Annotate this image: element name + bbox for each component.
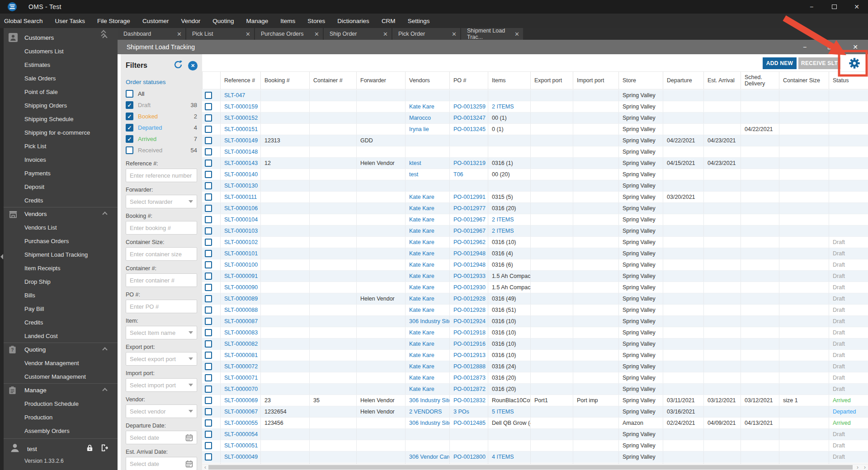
sidebar-item-credits[interactable]: Credits bbox=[0, 193, 118, 207]
column-header-departure[interactable]: Departure bbox=[663, 72, 703, 89]
sidebar-item-shipping-schedule[interactable]: Shipping Schedule bbox=[0, 112, 118, 126]
window-maximize-button[interactable] bbox=[823, 0, 845, 14]
sidebar-item-customers-list[interactable]: Customers List bbox=[0, 44, 118, 58]
row-checkbox[interactable] bbox=[205, 352, 212, 359]
column-header-import[interactable]: Import port bbox=[573, 72, 618, 89]
checkbox-all[interactable] bbox=[126, 90, 133, 98]
sidebar-item-shipping-orders[interactable]: Shipping Orders bbox=[0, 99, 118, 112]
cell-ref[interactable]: SLT-0000111 bbox=[220, 192, 260, 202]
panel-minimize-button[interactable]: − bbox=[792, 40, 817, 54]
chevrons-up-icon[interactable] bbox=[100, 30, 108, 38]
menu-item-global-search[interactable]: Global Search bbox=[4, 18, 43, 24]
row-checkbox[interactable] bbox=[205, 193, 212, 201]
checkbox-booked[interactable]: ✓ bbox=[126, 113, 133, 120]
cell-ref[interactable]: SLT-0000103 bbox=[220, 226, 260, 236]
select-import-port[interactable]: Select import port bbox=[126, 378, 197, 392]
cell-ref[interactable]: SLT-0000104 bbox=[220, 214, 260, 225]
scroll-left-icon[interactable]: ‹ bbox=[202, 464, 208, 470]
sidebar-item-vendors-list[interactable]: Vendors List bbox=[0, 221, 118, 234]
column-header-container[interactable]: Container # bbox=[309, 72, 356, 89]
cell-ref[interactable]: SLT-0000051 bbox=[220, 440, 260, 451]
select-vendor[interactable]: Select vendor bbox=[126, 404, 197, 418]
scrollbar-thumb[interactable] bbox=[208, 465, 853, 470]
sidebar-item-drop-ship[interactable]: Drop Ship bbox=[0, 275, 118, 288]
table-row[interactable]: SLT-0000102Kate KarePO-00129620316 (10)S… bbox=[202, 237, 868, 248]
checkbox-arrived[interactable]: ✓ bbox=[126, 135, 133, 143]
sidebar-item-production-schedule[interactable]: Production Schedule bbox=[0, 397, 118, 410]
row-checkbox[interactable] bbox=[205, 273, 212, 280]
calendar-icon[interactable] bbox=[185, 434, 193, 442]
row-checkbox[interactable] bbox=[205, 318, 212, 325]
window-close-button[interactable]: ✕ bbox=[845, 0, 868, 14]
select-export-port[interactable]: Select export port bbox=[126, 352, 197, 366]
table-row[interactable]: SLT-0000071Kate KarePO-00128730316 (20)S… bbox=[202, 372, 868, 384]
table-row[interactable]: SLT-0000104Kate KarePO-00129672 ITEMSSpr… bbox=[202, 214, 868, 226]
tab-close-icon[interactable]: ✕ bbox=[449, 31, 457, 38]
menu-item-quoting[interactable]: Quoting bbox=[212, 18, 234, 24]
sidebar-item-estimates[interactable]: Estimates bbox=[0, 58, 118, 71]
sidebar-collapse-icon[interactable] bbox=[0, 254, 3, 259]
column-header-po[interactable]: PO # bbox=[449, 72, 488, 89]
tab-pick-order[interactable]: Pick Order✕ bbox=[392, 28, 460, 40]
cell-ref[interactable]: SLT-0000090 bbox=[220, 282, 260, 293]
select-item[interactable]: Select Item name bbox=[126, 326, 197, 339]
row-checkbox[interactable] bbox=[205, 205, 212, 212]
cell-ref[interactable]: SLT-0000101 bbox=[220, 248, 260, 259]
input-container[interactable]: Enter container # bbox=[126, 273, 197, 287]
logout-icon[interactable] bbox=[100, 443, 109, 454]
menu-item-manage[interactable]: Manage bbox=[246, 18, 269, 24]
cell-ref[interactable]: SLT-0000072 bbox=[220, 361, 260, 372]
row-checkbox[interactable] bbox=[205, 397, 212, 404]
cell-ref[interactable]: SLT-0000070 bbox=[220, 384, 260, 395]
menu-item-customer[interactable]: Customer bbox=[142, 18, 169, 24]
cell-ref[interactable]: SLT-0000081 bbox=[220, 350, 260, 361]
row-checkbox[interactable] bbox=[205, 171, 212, 178]
window-minimize-button[interactable]: − bbox=[800, 0, 823, 14]
cell-ref[interactable]: SLT-0000149 bbox=[220, 135, 260, 146]
cell-ref[interactable]: SLT-0000082 bbox=[220, 338, 260, 349]
lock-icon[interactable] bbox=[86, 444, 94, 454]
sidebar-item-invoices[interactable]: Invoices bbox=[0, 153, 118, 166]
input-po[interactable]: Enter PO # bbox=[126, 300, 197, 313]
sidebar-item-pay-bill[interactable]: Pay Bill bbox=[0, 302, 118, 315]
add-new-button[interactable]: ADD NEW bbox=[763, 57, 797, 69]
row-checkbox[interactable] bbox=[205, 216, 212, 223]
row-checkbox[interactable] bbox=[205, 182, 212, 189]
row-checkbox[interactable] bbox=[205, 442, 212, 449]
table-row[interactable]: SLT-0000083Kate KarePO-00129180316 (10)S… bbox=[202, 327, 868, 338]
table-row[interactable]: SLT-0000152MaroccoPO-001324700 (1)Spring… bbox=[202, 113, 868, 124]
cell-ref[interactable]: SLT-047 bbox=[220, 90, 260, 101]
cell-ref[interactable]: SLT-0000067 bbox=[220, 406, 260, 417]
sidebar-item-production[interactable]: Production bbox=[0, 410, 118, 424]
tab-close-icon[interactable]: ✕ bbox=[174, 31, 182, 38]
row-checkbox[interactable] bbox=[205, 419, 212, 427]
table-row[interactable]: SLT-0000049306 Vendor CardPO-00128004 IT… bbox=[202, 451, 868, 463]
cell-ref[interactable]: SLT-0000152 bbox=[220, 113, 260, 123]
row-checkbox[interactable] bbox=[205, 374, 212, 381]
menu-item-settings[interactable]: Settings bbox=[408, 18, 430, 24]
refresh-icon[interactable] bbox=[173, 60, 183, 71]
table-row[interactable]: SLT-0000081Kate KarePO-00129130316 (10)S… bbox=[202, 350, 868, 361]
select-forwarder[interactable]: Select forwarder bbox=[126, 195, 197, 208]
column-header-booking[interactable]: Booking # bbox=[260, 72, 309, 89]
cell-ref[interactable]: SLT-0000089 bbox=[220, 293, 260, 304]
table-row[interactable]: SLT-047Spring Valley bbox=[202, 90, 868, 101]
checkbox-departed[interactable]: ✓ bbox=[126, 124, 133, 132]
tab-purchase-orders[interactable]: Purchase Orders✕ bbox=[255, 28, 323, 40]
checkbox-received[interactable] bbox=[126, 146, 133, 154]
table-row[interactable]: SLT-0000101Kate KarePO-00129480316 (4)Sp… bbox=[202, 248, 868, 259]
column-header-ref[interactable]: Reference # bbox=[220, 72, 260, 89]
table-row[interactable]: SLT-0000130Spring Valley bbox=[202, 180, 868, 192]
sidebar-item-vendor-management[interactable]: Vendor Management bbox=[0, 356, 118, 370]
cell-ref[interactable]: SLT-0000159 bbox=[220, 101, 260, 112]
table-row[interactable]: SLT-00000692335Helen Vendor306 Industry … bbox=[202, 395, 868, 406]
panel-close-button[interactable]: ✕ bbox=[843, 40, 868, 54]
tab-close-icon[interactable]: ✕ bbox=[311, 31, 319, 38]
row-checkbox[interactable] bbox=[205, 239, 212, 246]
column-header-arrival[interactable]: Est. Arrival bbox=[703, 72, 741, 89]
column-header-export[interactable]: Export port bbox=[530, 72, 573, 89]
row-checkbox[interactable] bbox=[205, 148, 212, 155]
cell-ref[interactable]: SLT-0000140 bbox=[220, 169, 260, 180]
sidebar-item-landed-cost[interactable]: Landed Cost bbox=[0, 329, 118, 343]
menu-item-dictionaries[interactable]: Dictionaries bbox=[337, 18, 369, 24]
